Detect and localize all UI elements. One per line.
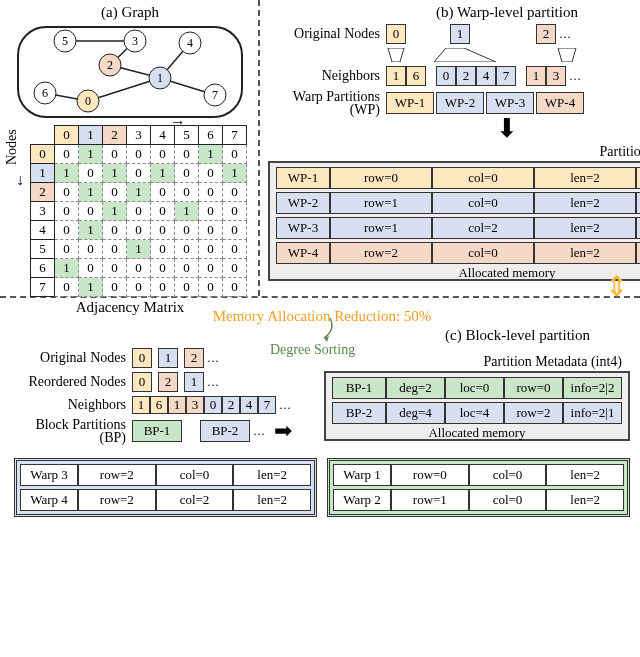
adj-cell: 1 [79, 145, 103, 164]
adj-row: 701000000 [31, 278, 247, 297]
meta-cell: pad [636, 167, 640, 189]
nb-cell: 1 [386, 66, 406, 86]
adj-row: 001000010 [31, 145, 247, 164]
warp-row: Warp 1row=0col=0len=2 [333, 464, 624, 486]
warp-name: Warp 2 [333, 489, 391, 511]
warp-name: Warp 4 [20, 489, 78, 511]
bp-2: BP-2 [200, 420, 250, 442]
adj-cell: 0 [79, 240, 103, 259]
adj-row-header: 1 [31, 164, 55, 183]
adj-col-6: 6 [199, 126, 223, 145]
adj-cell: 0 [79, 259, 103, 278]
nb-cell: 0 [436, 66, 456, 86]
warp-cell: col=0 [469, 489, 547, 511]
dots-icon: … [250, 424, 268, 439]
meta-cell: col=0 [432, 242, 534, 264]
svg-text:0: 0 [85, 94, 91, 108]
dots-icon: … [566, 69, 584, 84]
adj-cell: 0 [223, 259, 247, 278]
warp-cell: row=1 [391, 489, 469, 511]
adj-row: 201010000 [31, 183, 247, 202]
wp-label: Warp Partitions (WP) [268, 90, 386, 116]
meta-name: WP-3 [276, 217, 330, 239]
warp-cell: col=2 [156, 489, 234, 511]
neighbors-label-b: Neighbors [268, 68, 386, 84]
meta-name: WP-1 [276, 167, 330, 189]
dots-icon: … [276, 398, 294, 413]
meta-cell: len=2 [534, 242, 636, 264]
adj-cell: 0 [151, 183, 175, 202]
warp-row: Warp 2row=1col=0len=2 [333, 489, 624, 511]
nb-cell: 4 [476, 66, 496, 86]
adj-cell: 0 [55, 240, 79, 259]
adj-cell: 0 [199, 278, 223, 297]
adj-col-0: 0 [55, 126, 79, 145]
meta-cell: col=0 [432, 167, 534, 189]
adjacency-wrap: Nodes ↓ → 0 1 2 3 4 5 6 7 00100001011010… [10, 125, 250, 316]
orig-nodes-label-c: Original Nodes [14, 350, 132, 366]
meta-row: WP-3row=1col=2len=2pad [276, 217, 640, 239]
adj-cell: 0 [175, 278, 199, 297]
big-arrow-down-icon: ⬇ [268, 120, 640, 138]
svg-text:7: 7 [212, 88, 218, 102]
adj-row-header: 2 [31, 183, 55, 202]
nb-cell: 1 [168, 396, 186, 414]
neighbors-row-c: Neighbors 1 6 1 3 0 2 4 7 … [14, 396, 314, 414]
adj-cell: 0 [55, 202, 79, 221]
reord-cell: 2 [158, 372, 178, 392]
reord-cell: 0 [132, 372, 152, 392]
warp-name: Warp 1 [333, 464, 391, 486]
adj-cell: 0 [103, 183, 127, 202]
meta-cell: col=2 [432, 217, 534, 239]
orig-cell: 1 [158, 348, 178, 368]
adj-cell: 0 [223, 240, 247, 259]
nb-cell: 7 [258, 396, 276, 414]
svg-text:5: 5 [62, 34, 68, 48]
meta-cell: loc=4 [445, 402, 504, 424]
adj-cell: 0 [103, 240, 127, 259]
adj-cell: 0 [151, 259, 175, 278]
meta-panel-b: WP-1row=0col=0len=2padWP-2row=1col=0len=… [268, 161, 640, 281]
neighbors-label-c: Neighbors [14, 397, 132, 413]
meta-cell: loc=0 [445, 377, 504, 399]
dots-icon: … [204, 375, 222, 390]
adjacency-matrix: 0 1 2 3 4 5 6 7 001000010110101001201010… [30, 125, 247, 297]
adj-col-1: 1 [79, 126, 103, 145]
wp-4: WP-4 [536, 92, 584, 114]
bp-1: BP-1 [132, 420, 182, 442]
nodes-axis-label: Nodes [4, 129, 20, 165]
degree-sort-text: Degree Sorting [270, 342, 355, 357]
adj-cell: 0 [151, 278, 175, 297]
block-left-col: Original Nodes 0 1 2 … Reordered Nodes 0… [14, 348, 314, 448]
adj-cell: 1 [175, 202, 199, 221]
adj-row: 500010000 [31, 240, 247, 259]
adj-cell: 0 [151, 221, 175, 240]
adj-cell: 1 [199, 145, 223, 164]
nb-cell: 7 [496, 66, 516, 86]
reord-nodes-label: Reordered Nodes [14, 374, 132, 390]
arrow-right-icon: ➡ [274, 418, 292, 444]
meta-name: BP-1 [332, 377, 386, 399]
meta-cell: len=2 [534, 167, 636, 189]
wp-row: Warp Partitions (WP) WP-1 WP-2 WP-3 WP-4 [268, 90, 640, 116]
svg-text:1: 1 [157, 71, 163, 85]
adj-cell: 0 [199, 164, 223, 183]
nb-cell: 4 [240, 396, 258, 414]
funnel-row-b [386, 48, 640, 62]
adj-cell: 0 [175, 221, 199, 240]
meta-caption-b: Partition Metadata (int4) [268, 144, 640, 160]
adj-cell: 0 [223, 183, 247, 202]
warp-tables: Warp 3row=2col=0len=2Warp 4row=2col=2len… [14, 458, 630, 517]
meta-cell: row=2 [330, 242, 432, 264]
meta-cell: pad [636, 217, 640, 239]
adj-cell: 1 [151, 164, 175, 183]
meta-name: WP-4 [276, 242, 330, 264]
warp-table-right: Warp 1row=0col=0len=2Warp 2row=1col=0len… [327, 458, 630, 517]
adj-cell: 0 [79, 202, 103, 221]
meta-row: WP-2row=1col=0len=2pad [276, 192, 640, 214]
warp-row: Warp 3row=2col=0len=2 [20, 464, 311, 486]
warp-cell: len=2 [546, 464, 624, 486]
orig-nodes-row-c: Original Nodes 0 1 2 … [14, 348, 314, 368]
meta-row: BP-2deg=4loc=4row=2info=2|1 [332, 402, 622, 424]
adj-cell: 0 [199, 240, 223, 259]
